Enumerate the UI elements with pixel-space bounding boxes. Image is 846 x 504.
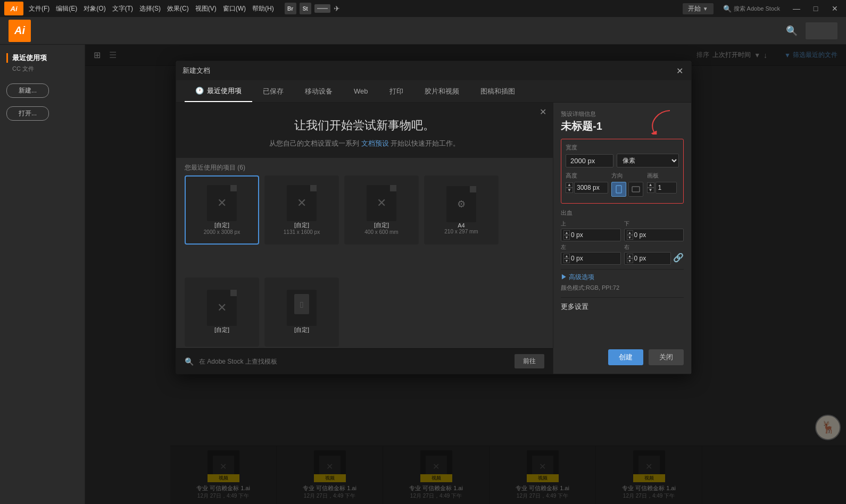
bleed-top-dn[interactable]: ▼ — [563, 235, 570, 240]
bleed-section: 出血 上 ▲ ▼ 0 px — [561, 209, 684, 265]
file-size-2: 1131 x 1600 px — [284, 229, 320, 235]
menu-help[interactable]: 帮助(H) — [252, 4, 274, 13]
appbar: Ai 🔍 — [0, 17, 846, 45]
advanced-info: 颜色模式:RGB, PPI:72 — [561, 284, 684, 292]
bleed-grid-2: 左 ▲ ▼ 0 px — [561, 243, 684, 265]
dialog-file-5[interactable]: ✕ [自定] — [185, 278, 259, 347]
tab-film[interactable]: 胶片和视频 — [414, 81, 470, 102]
dialog-title-text: 新建文档 — [183, 66, 210, 75]
bleed-bottom-wrap: ▲ ▼ 0 px — [624, 229, 684, 241]
width-row: 像素 毫米 英寸 厘米 点 — [566, 154, 679, 167]
dialog-right-panel: 预设详细信息 宽度 像素 毫米 英寸 — [553, 103, 691, 374]
menu-text[interactable]: 文字(T) — [112, 4, 133, 13]
bleed-right-val: 0 px — [634, 255, 669, 262]
tab-mobile[interactable]: 移动设备 — [294, 81, 343, 102]
welcome-link[interactable]: 文档预设 — [361, 139, 389, 147]
win-minimize[interactable]: — — [790, 2, 803, 15]
file-icon-6: ▯ — [287, 290, 317, 326]
new-button[interactable]: 新建... — [6, 83, 49, 98]
bleed-left-up[interactable]: ▲ — [563, 254, 570, 258]
title-search[interactable]: 🔍 搜索 Adobe Stock — [723, 5, 780, 13]
height-up[interactable]: ▲ — [566, 182, 573, 188]
tab-saved[interactable]: 已保存 — [252, 81, 294, 102]
bleed-top-up[interactable]: ▲ — [563, 230, 570, 235]
win-close[interactable]: ✕ — [828, 2, 842, 15]
file-name-5: [自定] — [214, 326, 229, 334]
width-input[interactable] — [566, 154, 613, 167]
sidebar-recent[interactable]: 最近使用项 — [6, 53, 78, 63]
menu-bar: 文件(F) 编辑(E) 对象(O) 文字(T) 选择(S) 效果(C) 视图(V… — [29, 4, 274, 13]
file-size-1: 2000 x 3008 px — [204, 229, 240, 235]
ai-logo-title: Ai — [4, 2, 23, 15]
tab-recent[interactable]: 🕐 最近使用项 — [185, 81, 252, 102]
bleed-bot-dn[interactable]: ▼ — [627, 235, 633, 240]
menu-effect[interactable]: 效果(C) — [167, 4, 189, 13]
bleed-label: 出血 — [561, 209, 684, 217]
menu-object[interactable]: 对象(O) — [84, 4, 105, 13]
welcome-subtitle: 从您自己的文档设置或一系列 文档预设 开始以快速开始工作。 — [193, 139, 536, 148]
advanced-toggle[interactable]: ▶ 高级选项 — [561, 273, 684, 282]
unit-select[interactable]: 像素 毫米 英寸 厘米 点 — [617, 154, 679, 167]
height-dn[interactable]: ▼ — [566, 188, 573, 193]
dialog-file-6[interactable]: ▯ [自定] — [264, 278, 339, 347]
portrait-btn[interactable] — [611, 182, 626, 197]
board-input-wrap: ▲ ▼ — [647, 182, 679, 194]
tab-print[interactable]: 打印 — [379, 81, 414, 102]
appbar-search-icon[interactable]: 🔍 — [782, 21, 801, 40]
welcome-close-btn[interactable]: ✕ — [540, 107, 546, 117]
menu-edit[interactable]: 编辑(E) — [56, 4, 77, 13]
stock-icon[interactable]: St — [300, 3, 311, 14]
open-button[interactable]: 打开... — [6, 106, 49, 121]
start-button[interactable]: 开始 ▼ — [683, 3, 714, 14]
bleed-left-dn[interactable]: ▼ — [563, 258, 570, 263]
dialog-header: 新建文档 ✕ — [176, 61, 691, 80]
dialog-close-btn[interactable]: ✕ — [674, 65, 685, 76]
link-icon[interactable]: 🔗 — [673, 253, 684, 263]
file-name-6: [自定] — [294, 326, 309, 334]
menu-view[interactable]: 视图(V) — [195, 4, 217, 13]
bleed-bottom-wrap-outer: 下 ▲ ▼ 0 px — [624, 220, 684, 241]
file-name-3: [自定] — [374, 221, 389, 229]
icon-bar1 — [314, 4, 330, 13]
win-maximize[interactable]: □ — [809, 2, 823, 15]
dialog-file-1[interactable]: ✕ [自定] 2000 x 3008 px — [185, 175, 259, 245]
dialog-file-4[interactable]: ⚙ A4 210 x 297 mm — [424, 175, 499, 245]
dialog-file-2[interactable]: ✕ [自定] 1131 x 1600 px — [264, 175, 339, 245]
bleed-left-wrap: ▲ ▼ 0 px — [561, 252, 621, 265]
board-dn[interactable]: ▼ — [647, 188, 654, 193]
board-up[interactable]: ▲ — [647, 182, 654, 188]
dialog-file-3[interactable]: ✕ [自定] 400 x 600 mm — [344, 175, 419, 245]
app-logo: Ai — [9, 20, 31, 42]
create-btn[interactable]: 创建 — [608, 349, 643, 365]
file-name-4: A4 — [458, 222, 465, 229]
sidebar-cc-files: CC 文件 — [6, 65, 78, 73]
bleed-bot-up[interactable]: ▲ — [627, 230, 633, 235]
dialog-close-footer-btn[interactable]: 关闭 — [649, 349, 684, 365]
hdb-row: 高度 ▲ ▼ 方向 — [566, 172, 679, 197]
stock-go-btn[interactable]: 前往 — [515, 354, 544, 368]
height-input-wrap: ▲ ▼ — [566, 182, 608, 194]
fold-1 — [230, 185, 237, 191]
appbar-user[interactable] — [806, 22, 837, 39]
new-doc-dialog: 新建文档 ✕ 🕐 最近使用项 已保存 移动设备 Web 打印 胶片和视频 图稿和… — [176, 61, 692, 374]
landscape-btn[interactable] — [628, 182, 643, 197]
board-input[interactable] — [656, 182, 677, 194]
dialog-recent-grid: ✕ [自定] 2000 x 3008 px ✕ [自定] — [176, 175, 553, 374]
bleed-right-up[interactable]: ▲ — [627, 254, 633, 258]
red-arrow-indicator — [643, 108, 675, 136]
bridge-icon[interactable]: Br — [285, 3, 296, 14]
menu-window[interactable]: 窗口(W) — [223, 4, 246, 13]
menu-select[interactable]: 选择(S) — [139, 4, 161, 13]
bleed-grid: 上 ▲ ▼ 0 px 下 — [561, 220, 684, 241]
svg-rect-1 — [616, 186, 621, 193]
sidebar: 最近使用项 CC 文件 新建... 打开... — [0, 45, 85, 504]
svg-rect-2 — [632, 187, 640, 192]
tab-web[interactable]: Web — [343, 82, 379, 100]
more-settings-btn[interactable]: 更多设置 — [561, 302, 684, 312]
menu-file[interactable]: 文件(F) — [29, 4, 49, 13]
tab-art[interactable]: 图稿和插图 — [470, 81, 526, 102]
send-icon[interactable]: ✈ — [334, 4, 340, 13]
height-input[interactable] — [574, 182, 608, 194]
bleed-right-dn[interactable]: ▼ — [627, 258, 633, 263]
stock-search-input[interactable] — [199, 358, 509, 365]
